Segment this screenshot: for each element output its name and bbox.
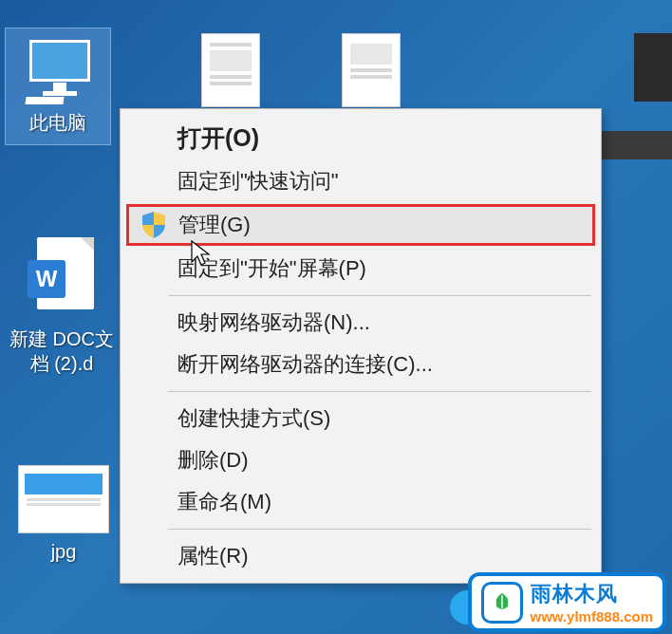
watermark-leaf-icon	[481, 582, 523, 624]
menu-separator	[168, 295, 591, 296]
menu-label: 属性(R)	[177, 542, 249, 570]
desktop-icon-this-pc[interactable]: 此电脑	[6, 28, 110, 144]
watermark-url: www.ylmf888.com	[531, 608, 654, 625]
desktop-icon-doc1[interactable]	[178, 33, 283, 107]
menu-label: 重命名(M)	[177, 488, 271, 516]
shield-icon	[140, 211, 167, 239]
window-edge	[596, 131, 672, 159]
watermark-badge: 雨林木风 www.ylmf888.com	[468, 572, 667, 632]
menu-item-properties[interactable]: 属性(R)	[121, 535, 601, 577]
menu-label: 创建快捷方式(S)	[177, 404, 330, 433]
menu-separator	[168, 391, 591, 392]
menu-label: 管理(G)	[178, 211, 251, 239]
menu-label: 固定到"快速访问"	[177, 167, 339, 196]
menu-item-map-drive[interactable]: 映射网络驱动器(N)...	[121, 302, 601, 344]
document-thumb-icon	[201, 33, 260, 107]
menu-label: 断开网络驱动器的连接(C)...	[177, 350, 433, 379]
desktop-icon-docx[interactable]: W 新建 DOC文档 (2).d	[9, 237, 114, 376]
watermark-brand: 雨林木风	[531, 580, 654, 608]
menu-separator	[168, 529, 591, 530]
menu-item-rename[interactable]: 重命名(M)	[121, 481, 601, 523]
menu-label: 删除(D)	[177, 446, 249, 475]
menu-item-delete[interactable]: 删除(D)	[121, 439, 601, 481]
menu-label: 打开(O)	[177, 122, 259, 154]
menu-item-open[interactable]: 打开(O)	[121, 115, 601, 160]
menu-item-disconnect-drive[interactable]: 断开网络驱动器的连接(C)...	[121, 344, 601, 385]
menu-item-pin-quick-access[interactable]: 固定到"快速访问"	[121, 160, 601, 202]
cursor-icon	[190, 239, 213, 268]
document-dark-thumb-icon	[634, 33, 672, 102]
context-menu: 打开(O) 固定到"快速访问" 管理(G) 固定到"开始"屏幕(P) 映射网络驱…	[120, 108, 602, 584]
menu-item-create-shortcut[interactable]: 创建快捷方式(S)	[121, 398, 601, 439]
this-pc-icon	[20, 38, 96, 104]
docx-label: 新建 DOC文档 (2).d	[9, 326, 114, 376]
document-thumb-icon	[342, 33, 401, 107]
desktop-icon-jpg[interactable]: jpg	[11, 465, 116, 564]
menu-label: 映射网络驱动器(N)...	[177, 308, 370, 337]
desktop-icon-doc2[interactable]	[319, 33, 423, 107]
word-document-icon: W	[28, 237, 96, 321]
jpg-label: jpg	[51, 539, 77, 564]
image-thumb-icon	[18, 465, 109, 533]
this-pc-label: 此电脑	[29, 110, 86, 135]
desktop-icon-doc3[interactable]	[607, 33, 672, 102]
